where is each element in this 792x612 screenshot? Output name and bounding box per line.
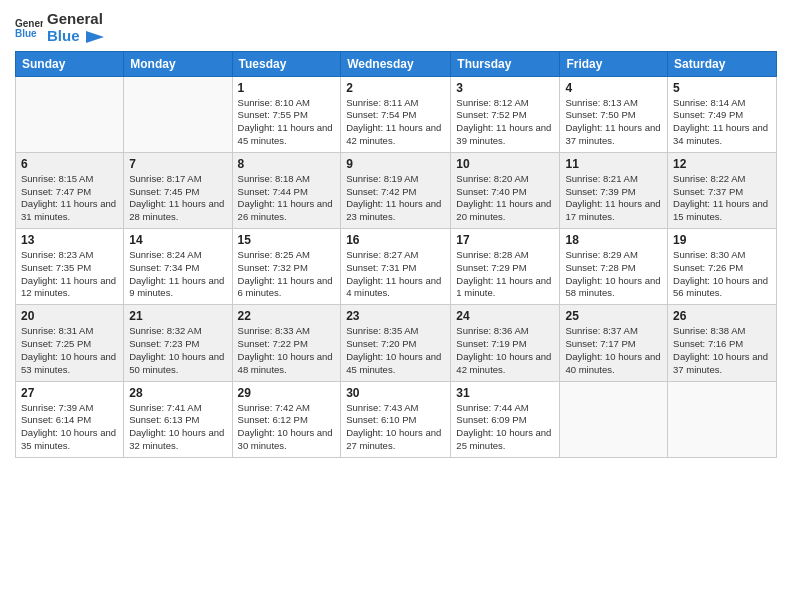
day-number: 18 bbox=[565, 233, 662, 247]
day-number: 12 bbox=[673, 157, 771, 171]
calendar-cell: 1Sunrise: 8:10 AM Sunset: 7:55 PM Daylig… bbox=[232, 76, 341, 152]
col-header-monday: Monday bbox=[124, 51, 232, 76]
day-number: 17 bbox=[456, 233, 554, 247]
day-info: Sunrise: 8:18 AM Sunset: 7:44 PM Dayligh… bbox=[238, 173, 336, 224]
day-info: Sunrise: 7:44 AM Sunset: 6:09 PM Dayligh… bbox=[456, 402, 554, 453]
calendar-table: SundayMondayTuesdayWednesdayThursdayFrid… bbox=[15, 51, 777, 458]
calendar-cell bbox=[560, 381, 668, 457]
calendar-cell: 22Sunrise: 8:33 AM Sunset: 7:22 PM Dayli… bbox=[232, 305, 341, 381]
calendar-cell: 29Sunrise: 7:42 AM Sunset: 6:12 PM Dayli… bbox=[232, 381, 341, 457]
day-info: Sunrise: 8:15 AM Sunset: 7:47 PM Dayligh… bbox=[21, 173, 118, 224]
col-header-wednesday: Wednesday bbox=[341, 51, 451, 76]
calendar-cell bbox=[124, 76, 232, 152]
col-header-thursday: Thursday bbox=[451, 51, 560, 76]
calendar-cell: 26Sunrise: 8:38 AM Sunset: 7:16 PM Dayli… bbox=[668, 305, 777, 381]
calendar-cell: 19Sunrise: 8:30 AM Sunset: 7:26 PM Dayli… bbox=[668, 229, 777, 305]
calendar-cell: 30Sunrise: 7:43 AM Sunset: 6:10 PM Dayli… bbox=[341, 381, 451, 457]
header: General Blue General Blue bbox=[15, 10, 777, 45]
calendar-cell: 27Sunrise: 7:39 AM Sunset: 6:14 PM Dayli… bbox=[16, 381, 124, 457]
day-info: Sunrise: 8:12 AM Sunset: 7:52 PM Dayligh… bbox=[456, 97, 554, 148]
calendar-cell: 6Sunrise: 8:15 AM Sunset: 7:47 PM Daylig… bbox=[16, 152, 124, 228]
day-number: 23 bbox=[346, 309, 445, 323]
day-info: Sunrise: 8:28 AM Sunset: 7:29 PM Dayligh… bbox=[456, 249, 554, 300]
day-info: Sunrise: 8:13 AM Sunset: 7:50 PM Dayligh… bbox=[565, 97, 662, 148]
day-info: Sunrise: 8:29 AM Sunset: 7:28 PM Dayligh… bbox=[565, 249, 662, 300]
calendar-cell: 2Sunrise: 8:11 AM Sunset: 7:54 PM Daylig… bbox=[341, 76, 451, 152]
day-info: Sunrise: 8:32 AM Sunset: 7:23 PM Dayligh… bbox=[129, 325, 226, 376]
col-header-sunday: Sunday bbox=[16, 51, 124, 76]
day-number: 9 bbox=[346, 157, 445, 171]
calendar-cell: 8Sunrise: 8:18 AM Sunset: 7:44 PM Daylig… bbox=[232, 152, 341, 228]
day-info: Sunrise: 8:19 AM Sunset: 7:42 PM Dayligh… bbox=[346, 173, 445, 224]
calendar-cell: 13Sunrise: 8:23 AM Sunset: 7:35 PM Dayli… bbox=[16, 229, 124, 305]
day-info: Sunrise: 8:37 AM Sunset: 7:17 PM Dayligh… bbox=[565, 325, 662, 376]
day-info: Sunrise: 8:17 AM Sunset: 7:45 PM Dayligh… bbox=[129, 173, 226, 224]
page: General Blue General Blue bbox=[0, 0, 792, 612]
day-number: 25 bbox=[565, 309, 662, 323]
day-number: 20 bbox=[21, 309, 118, 323]
day-info: Sunrise: 8:30 AM Sunset: 7:26 PM Dayligh… bbox=[673, 249, 771, 300]
day-number: 21 bbox=[129, 309, 226, 323]
day-number: 27 bbox=[21, 386, 118, 400]
calendar-cell: 10Sunrise: 8:20 AM Sunset: 7:40 PM Dayli… bbox=[451, 152, 560, 228]
day-info: Sunrise: 8:33 AM Sunset: 7:22 PM Dayligh… bbox=[238, 325, 336, 376]
header-row: SundayMondayTuesdayWednesdayThursdayFrid… bbox=[16, 51, 777, 76]
day-info: Sunrise: 8:24 AM Sunset: 7:34 PM Dayligh… bbox=[129, 249, 226, 300]
day-info: Sunrise: 8:35 AM Sunset: 7:20 PM Dayligh… bbox=[346, 325, 445, 376]
logo-icon: General Blue bbox=[15, 16, 43, 38]
day-info: Sunrise: 8:10 AM Sunset: 7:55 PM Dayligh… bbox=[238, 97, 336, 148]
col-header-saturday: Saturday bbox=[668, 51, 777, 76]
logo-flag-icon bbox=[86, 31, 104, 43]
calendar-cell: 11Sunrise: 8:21 AM Sunset: 7:39 PM Dayli… bbox=[560, 152, 668, 228]
day-number: 6 bbox=[21, 157, 118, 171]
logo: General Blue General Blue bbox=[15, 10, 104, 45]
logo-wordmark: General Blue bbox=[47, 10, 104, 45]
week-row-4: 20Sunrise: 8:31 AM Sunset: 7:25 PM Dayli… bbox=[16, 305, 777, 381]
day-number: 29 bbox=[238, 386, 336, 400]
calendar-cell: 12Sunrise: 8:22 AM Sunset: 7:37 PM Dayli… bbox=[668, 152, 777, 228]
calendar-cell: 15Sunrise: 8:25 AM Sunset: 7:32 PM Dayli… bbox=[232, 229, 341, 305]
day-info: Sunrise: 7:42 AM Sunset: 6:12 PM Dayligh… bbox=[238, 402, 336, 453]
day-number: 30 bbox=[346, 386, 445, 400]
calendar-cell: 31Sunrise: 7:44 AM Sunset: 6:09 PM Dayli… bbox=[451, 381, 560, 457]
day-number: 16 bbox=[346, 233, 445, 247]
day-info: Sunrise: 8:22 AM Sunset: 7:37 PM Dayligh… bbox=[673, 173, 771, 224]
calendar-cell: 24Sunrise: 8:36 AM Sunset: 7:19 PM Dayli… bbox=[451, 305, 560, 381]
week-row-2: 6Sunrise: 8:15 AM Sunset: 7:47 PM Daylig… bbox=[16, 152, 777, 228]
calendar-cell: 4Sunrise: 8:13 AM Sunset: 7:50 PM Daylig… bbox=[560, 76, 668, 152]
day-number: 10 bbox=[456, 157, 554, 171]
calendar-cell: 21Sunrise: 8:32 AM Sunset: 7:23 PM Dayli… bbox=[124, 305, 232, 381]
calendar-cell: 25Sunrise: 8:37 AM Sunset: 7:17 PM Dayli… bbox=[560, 305, 668, 381]
day-info: Sunrise: 8:14 AM Sunset: 7:49 PM Dayligh… bbox=[673, 97, 771, 148]
calendar-cell: 14Sunrise: 8:24 AM Sunset: 7:34 PM Dayli… bbox=[124, 229, 232, 305]
week-row-5: 27Sunrise: 7:39 AM Sunset: 6:14 PM Dayli… bbox=[16, 381, 777, 457]
day-info: Sunrise: 8:23 AM Sunset: 7:35 PM Dayligh… bbox=[21, 249, 118, 300]
week-row-3: 13Sunrise: 8:23 AM Sunset: 7:35 PM Dayli… bbox=[16, 229, 777, 305]
day-number: 24 bbox=[456, 309, 554, 323]
day-number: 3 bbox=[456, 81, 554, 95]
calendar-cell: 17Sunrise: 8:28 AM Sunset: 7:29 PM Dayli… bbox=[451, 229, 560, 305]
day-info: Sunrise: 8:25 AM Sunset: 7:32 PM Dayligh… bbox=[238, 249, 336, 300]
day-info: Sunrise: 8:38 AM Sunset: 7:16 PM Dayligh… bbox=[673, 325, 771, 376]
day-number: 2 bbox=[346, 81, 445, 95]
day-info: Sunrise: 8:36 AM Sunset: 7:19 PM Dayligh… bbox=[456, 325, 554, 376]
day-info: Sunrise: 8:20 AM Sunset: 7:40 PM Dayligh… bbox=[456, 173, 554, 224]
col-header-tuesday: Tuesday bbox=[232, 51, 341, 76]
logo-blue: Blue bbox=[47, 27, 80, 44]
day-number: 28 bbox=[129, 386, 226, 400]
day-info: Sunrise: 7:41 AM Sunset: 6:13 PM Dayligh… bbox=[129, 402, 226, 453]
day-number: 11 bbox=[565, 157, 662, 171]
day-number: 22 bbox=[238, 309, 336, 323]
calendar-cell: 28Sunrise: 7:41 AM Sunset: 6:13 PM Dayli… bbox=[124, 381, 232, 457]
calendar-cell: 20Sunrise: 8:31 AM Sunset: 7:25 PM Dayli… bbox=[16, 305, 124, 381]
calendar-cell bbox=[16, 76, 124, 152]
day-info: Sunrise: 8:21 AM Sunset: 7:39 PM Dayligh… bbox=[565, 173, 662, 224]
day-info: Sunrise: 7:43 AM Sunset: 6:10 PM Dayligh… bbox=[346, 402, 445, 453]
day-number: 31 bbox=[456, 386, 554, 400]
day-number: 7 bbox=[129, 157, 226, 171]
calendar-cell: 3Sunrise: 8:12 AM Sunset: 7:52 PM Daylig… bbox=[451, 76, 560, 152]
calendar-cell: 9Sunrise: 8:19 AM Sunset: 7:42 PM Daylig… bbox=[341, 152, 451, 228]
week-row-1: 1Sunrise: 8:10 AM Sunset: 7:55 PM Daylig… bbox=[16, 76, 777, 152]
calendar-cell: 7Sunrise: 8:17 AM Sunset: 7:45 PM Daylig… bbox=[124, 152, 232, 228]
day-info: Sunrise: 8:31 AM Sunset: 7:25 PM Dayligh… bbox=[21, 325, 118, 376]
